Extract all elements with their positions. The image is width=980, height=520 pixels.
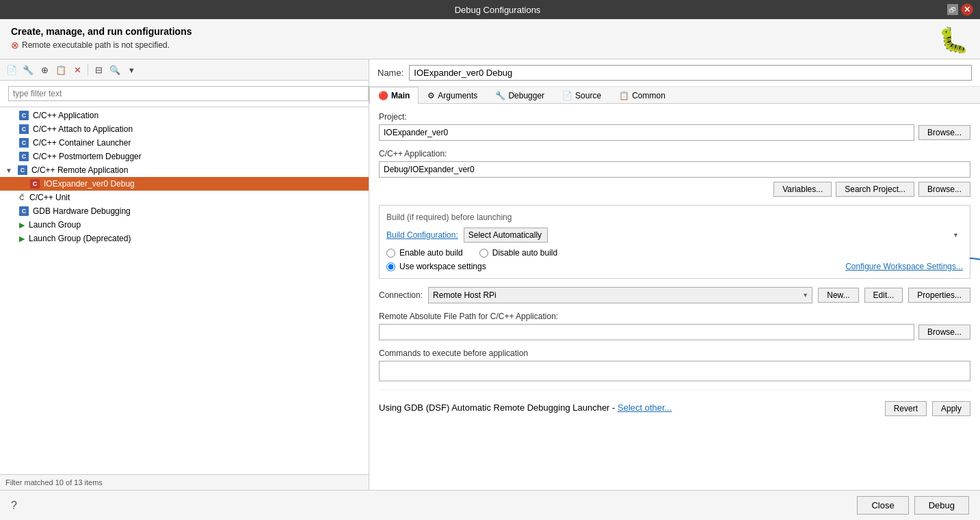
use-workspace-input[interactable]	[386, 262, 395, 271]
source-tab-icon: 📄	[562, 91, 572, 100]
left-toolbar: 📄 🔧 ⊕ 📋 ✕ ⊟ 🔍 ▾	[0, 59, 369, 81]
title-bar: Debug Configurations 🗗 ✕	[0, 0, 980, 19]
remote-path-browse-button[interactable]: Browse...	[918, 325, 970, 340]
build-config-label[interactable]: Build Configuration:	[386, 230, 458, 240]
debug-button[interactable]: Debug	[914, 496, 969, 515]
launcher-label: Using GDB (DSF) Automatic Remote Debuggi…	[379, 402, 618, 413]
apply-button[interactable]: Apply	[932, 401, 970, 416]
tree-item-cpp-remote[interactable]: ▼ C C/C++ Remote Application	[0, 163, 369, 177]
filter-input[interactable]	[8, 86, 369, 101]
use-workspace-radio[interactable]: Use workspace settings	[386, 262, 486, 271]
source-tab-label: Source	[575, 91, 601, 100]
use-workspace-label: Use workspace settings	[399, 262, 486, 271]
new-config-type-button[interactable]: 🔧	[21, 62, 36, 77]
build-section-title: Build (if required) before launching	[386, 213, 963, 222]
new-config-button[interactable]: 📄	[4, 62, 19, 77]
disable-auto-build-input[interactable]	[479, 249, 488, 258]
commands-label: Commands to execute before application	[379, 348, 970, 358]
variables-button[interactable]: Variables...	[773, 182, 832, 197]
cpp-remote-icon: C	[18, 165, 27, 175]
gdb-hardware-icon: C	[19, 206, 29, 216]
name-input[interactable]	[409, 65, 972, 81]
launcher-row: Using GDB (DSF) Automatic Remote Debuggi…	[379, 389, 970, 419]
tree-item-cpp-app[interactable]: C C/C++ Application	[0, 109, 369, 122]
build-section: Build (if required) before launching Bui…	[379, 205, 970, 279]
app-section: C/C++ Application: Variables... Search P…	[379, 149, 970, 197]
app-label: C/C++ Application:	[379, 149, 970, 159]
tab-common[interactable]: 📋 Common	[610, 87, 674, 104]
cpp-app-label: C/C++ Application	[33, 111, 98, 120]
cpp-postmortem-label: C/C++ Postmortem Debugger	[33, 152, 142, 161]
restore-button[interactable]: 🗗	[947, 4, 958, 15]
toolbar-separator	[88, 64, 88, 76]
cpp-unit-icon: C̈	[19, 194, 24, 202]
connection-select-wrap: Remote Host RPi	[428, 287, 812, 303]
tree-item-launch-group-dep[interactable]: ▶ Launch Group (Deprecated)	[0, 232, 369, 245]
tree-item-cpp-container[interactable]: C C/C++ Container Launcher	[0, 136, 369, 150]
new-connection-button[interactable]: New...	[818, 288, 858, 303]
disable-auto-build-radio[interactable]: Disable auto build	[479, 248, 557, 258]
project-input[interactable]	[379, 124, 914, 141]
collapse-button[interactable]: ⊟	[91, 62, 106, 77]
revert-button[interactable]: Revert	[885, 401, 927, 416]
debugger-tab-icon: 🔧	[495, 91, 505, 100]
select-other-link[interactable]: Select other...	[618, 402, 672, 413]
launch-group-dep-label: Launch Group (Deprecated)	[29, 234, 131, 243]
tree-item-cpp-postmortem[interactable]: C C/C++ Postmortem Debugger	[0, 150, 369, 163]
project-browse-button[interactable]: Browse...	[918, 125, 970, 140]
duplicate-button[interactable]: ⊕	[37, 62, 52, 77]
commands-section: Commands to execute before application	[379, 348, 970, 381]
filter-status: Filter matched 10 of 13 items	[5, 478, 103, 487]
remote-path-row: Browse...	[379, 324, 970, 340]
edit-connection-button[interactable]: Edit...	[864, 288, 903, 303]
project-section: Project: Browse...	[379, 112, 970, 141]
filter-button[interactable]: 🔍	[107, 62, 122, 77]
tree-item-ioexpander[interactable]: C IOExpander_ver0 Debug	[0, 177, 369, 191]
project-label: Project:	[379, 112, 970, 122]
launcher-text: Using GDB (DSF) Automatic Remote Debuggi…	[379, 402, 672, 413]
help-button[interactable]: ?	[11, 500, 17, 512]
tree-item-cpp-unit[interactable]: C̈ C/C++ Unit	[0, 191, 369, 204]
tree-item-launch-group[interactable]: ▶ Launch Group	[0, 218, 369, 232]
common-tab-label: Common	[632, 91, 665, 100]
dropdown-button[interactable]: ▾	[124, 62, 139, 77]
arguments-tab-label: Arguments	[438, 91, 477, 100]
right-panel: Name: 🔴 Main ⚙ Arguments 🔧 Debugger	[369, 59, 980, 490]
close-button[interactable]: Close	[857, 496, 908, 515]
configure-workspace-link[interactable]: Configure Workspace Settings...	[845, 262, 963, 271]
error-message: ⊗ Remote executable path is not specifie…	[11, 40, 192, 51]
enable-auto-build-input[interactable]	[386, 249, 395, 258]
remote-path-input[interactable]	[379, 324, 914, 340]
main-tab-label: Main	[391, 91, 410, 100]
name-row: Name:	[369, 59, 980, 87]
app-input[interactable]	[379, 161, 970, 178]
bug-icon: 🐛	[938, 26, 969, 55]
tree-item-gdb-hardware[interactable]: C GDB Hardware Debugging	[0, 204, 369, 218]
enable-auto-build-radio[interactable]: Enable auto build	[386, 248, 463, 258]
build-config-select[interactable]: Select Automatically Debug Release	[464, 228, 548, 243]
tree-item-cpp-attach[interactable]: C C/C++ Attach to Application	[0, 122, 369, 136]
expand-arrow-remote: ▼	[5, 167, 12, 174]
tab-source[interactable]: 📄 Source	[553, 87, 610, 104]
enable-auto-build-label: Enable auto build	[399, 248, 463, 258]
search-project-button[interactable]: Search Project...	[836, 182, 914, 197]
close-title-button[interactable]: ✕	[961, 3, 973, 16]
tab-debugger[interactable]: 🔧 Debugger	[486, 87, 553, 104]
name-label: Name:	[378, 68, 403, 78]
commands-input[interactable]	[379, 361, 970, 381]
delete-button[interactable]: ✕	[70, 62, 85, 77]
cpp-remote-label: C/C++ Remote Application	[31, 165, 128, 175]
connection-label: Connection:	[379, 290, 423, 300]
remote-path-section: Remote Absolute File Path for C/C++ Appl…	[379, 312, 970, 340]
dialog-title: Debug Configurations	[48, 5, 947, 15]
app-browse-button[interactable]: Browse...	[918, 182, 970, 197]
export-button[interactable]: 📋	[53, 62, 68, 77]
cpp-container-label: C/C++ Container Launcher	[33, 138, 131, 148]
dialog-footer: ? Close Debug	[0, 490, 980, 520]
connection-select[interactable]: Remote Host RPi	[428, 287, 812, 303]
properties-button[interactable]: Properties...	[908, 288, 970, 303]
project-row: Browse...	[379, 124, 970, 141]
tab-main[interactable]: 🔴 Main	[369, 87, 419, 104]
tab-arguments[interactable]: ⚙ Arguments	[419, 87, 486, 104]
launch-group-dep-icon: ▶	[19, 234, 25, 243]
